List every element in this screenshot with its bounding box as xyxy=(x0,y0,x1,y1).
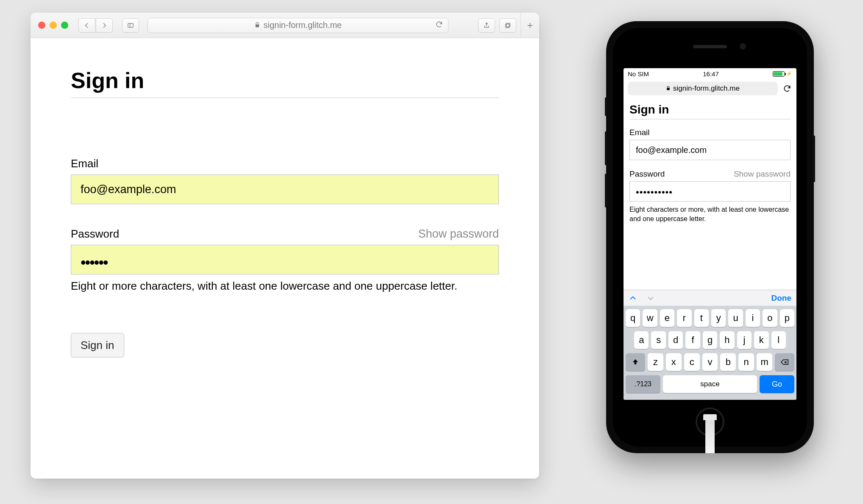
battery-icon xyxy=(773,71,785,77)
charging-icon: ⚡ xyxy=(786,71,792,77)
key-q[interactable]: q xyxy=(626,309,640,327)
minimize-window-button[interactable] xyxy=(50,22,57,29)
mobile-email-value: foo@example.com xyxy=(636,145,707,155)
key-r[interactable]: r xyxy=(677,309,691,327)
close-window-button[interactable] xyxy=(38,22,45,29)
svg-rect-3 xyxy=(506,24,509,28)
reload-button[interactable] xyxy=(435,20,443,30)
key-v[interactable]: v xyxy=(702,353,718,371)
mobile-show-password-toggle[interactable]: Show password xyxy=(734,169,791,179)
mobile-password-hint: Eight characters or more, with at least … xyxy=(629,205,791,223)
key-e[interactable]: e xyxy=(660,309,674,327)
email-input[interactable] xyxy=(71,174,499,204)
key-t[interactable]: t xyxy=(694,309,709,327)
tabs-button[interactable] xyxy=(499,18,516,33)
address-bar[interactable]: signin-form.glitch.me xyxy=(148,18,448,33)
mobile-url-host: signin-form.glitch.me xyxy=(673,84,740,93)
clock-label: 16:47 xyxy=(703,70,719,78)
zoom-window-button[interactable] xyxy=(61,22,68,29)
url-host: signin-form.glitch.me xyxy=(264,20,342,30)
mobile-page-title: Sign in xyxy=(629,103,791,119)
phone-screen: No SIM 16:47 ⚡ signin-form.glitch.me Sig… xyxy=(624,68,796,400)
show-password-toggle[interactable]: Show password xyxy=(418,227,499,241)
shift-key[interactable] xyxy=(626,353,645,371)
back-button[interactable] xyxy=(78,18,95,33)
front-camera xyxy=(740,43,746,50)
key-c[interactable]: c xyxy=(684,353,700,371)
lock-icon xyxy=(254,20,260,30)
mobile-address-bar[interactable]: signin-form.glitch.me xyxy=(628,82,778,95)
key-b[interactable]: b xyxy=(720,353,736,371)
mobile-password-label: Password xyxy=(629,169,665,179)
mobile-email-group: Email foo@example.com xyxy=(629,128,791,160)
key-p[interactable]: p xyxy=(780,309,794,327)
key-m[interactable]: m xyxy=(757,353,772,371)
svg-rect-0 xyxy=(128,23,133,27)
key-i[interactable]: i xyxy=(746,309,760,327)
page-title: Sign in xyxy=(71,68,499,98)
key-n[interactable]: n xyxy=(738,353,754,371)
key-g[interactable]: g xyxy=(703,331,717,349)
key-s[interactable]: s xyxy=(651,331,665,349)
password-hint: Eight or more characters, with at least … xyxy=(71,280,499,293)
forward-button[interactable] xyxy=(96,18,113,33)
mobile-email-label: Email xyxy=(629,128,650,137)
volume-down-button xyxy=(605,174,607,208)
key-z[interactable]: z xyxy=(648,353,663,371)
keyboard-row-1: qwertyuiop xyxy=(626,309,794,327)
mobile-password-input[interactable]: •••••••••• xyxy=(629,181,791,202)
safari-window: signin-form.glitch.me + Sign in Email Pa… xyxy=(31,13,539,479)
phone-bezel: No SIM 16:47 ⚡ signin-form.glitch.me Sig… xyxy=(613,28,807,446)
mobile-password-mask: •••••••••• xyxy=(636,187,673,198)
sign-in-button[interactable]: Sign in xyxy=(71,333,124,357)
prev-field-button[interactable] xyxy=(629,294,637,302)
space-key[interactable]: space xyxy=(663,375,757,393)
key-y[interactable]: y xyxy=(711,309,726,327)
battery-indicator: ⚡ xyxy=(773,71,792,77)
keyboard-row-4: .?123 space Go xyxy=(626,375,794,393)
key-d[interactable]: d xyxy=(668,331,683,349)
window-controls xyxy=(38,22,68,29)
password-mask: •••••• xyxy=(81,254,108,271)
go-key[interactable]: Go xyxy=(760,375,794,393)
backspace-key[interactable] xyxy=(775,353,794,371)
key-a[interactable]: a xyxy=(634,331,649,349)
nav-buttons xyxy=(78,18,113,33)
key-f[interactable]: f xyxy=(685,331,700,349)
next-field-button[interactable] xyxy=(646,294,655,302)
mobile-email-input[interactable]: foo@example.com xyxy=(629,140,791,160)
status-bar: No SIM 16:47 ⚡ xyxy=(624,68,796,79)
sidebar-button[interactable] xyxy=(122,18,139,33)
numeric-key[interactable]: .?123 xyxy=(626,375,660,393)
password-label: Password xyxy=(71,227,119,241)
new-tab-button[interactable]: + xyxy=(521,13,539,38)
password-input[interactable]: •••••• xyxy=(71,245,499,274)
share-button[interactable] xyxy=(478,18,495,33)
keyboard-done-button[interactable]: Done xyxy=(771,294,792,303)
mobile-password-group: Password Show password •••••••••• Eight … xyxy=(629,169,791,223)
keyboard-accessory-bar: Done xyxy=(624,290,796,306)
page-content: Sign in Email Password Show password •••… xyxy=(31,38,539,374)
iphone-device: No SIM 16:47 ⚡ signin-form.glitch.me Sig… xyxy=(606,21,814,453)
mobile-reload-button[interactable] xyxy=(782,84,792,93)
ios-keyboard: qwertyuiop asdfghjkl zxcvbnm .?123 space… xyxy=(624,306,796,400)
key-w[interactable]: w xyxy=(643,309,657,327)
mute-switch xyxy=(605,97,607,116)
password-group: Password Show password •••••• Eight or m… xyxy=(71,227,499,293)
email-group: Email xyxy=(71,157,499,204)
lightning-cable xyxy=(705,419,715,453)
earpiece xyxy=(693,45,727,48)
key-h[interactable]: h xyxy=(720,331,734,349)
lock-icon xyxy=(666,84,671,93)
key-o[interactable]: o xyxy=(763,309,777,327)
keyboard-row-2: asdfghjkl xyxy=(626,331,794,349)
mobile-address-row: signin-form.glitch.me xyxy=(624,79,796,100)
key-k[interactable]: k xyxy=(754,331,768,349)
email-label: Email xyxy=(71,157,98,170)
carrier-label: No SIM xyxy=(628,70,649,78)
key-j[interactable]: j xyxy=(737,331,752,349)
key-l[interactable]: l xyxy=(771,331,786,349)
key-u[interactable]: u xyxy=(728,309,743,327)
keyboard-row-3: zxcvbnm xyxy=(626,353,794,371)
key-x[interactable]: x xyxy=(666,353,682,371)
